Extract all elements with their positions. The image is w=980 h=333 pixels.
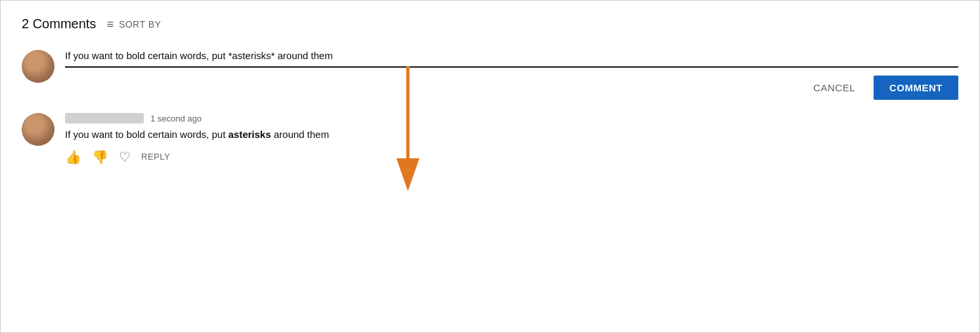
heart-icon[interactable]: ♡: [119, 149, 131, 165]
comment-actions: CANCEL COMMENT: [65, 76, 958, 100]
sort-by-label: SORT BY: [119, 19, 161, 30]
reply-button[interactable]: REPLY: [141, 152, 170, 162]
comment-text-input[interactable]: If you want to bold certain words, put *…: [65, 50, 958, 68]
comment-body: 1 second ago If you want to bold certain…: [65, 113, 958, 165]
arrow-annotation: [382, 66, 434, 191]
comment-text-bold: asterisks: [228, 129, 271, 140]
cancel-button[interactable]: CANCEL: [803, 77, 866, 99]
comment-toolbar: 👍 👎 ♡ REPLY: [65, 149, 958, 165]
input-wrapper: If you want to bold certain words, put *…: [65, 50, 958, 100]
comment-text-suffix: around them: [271, 129, 329, 140]
commenter-avatar: [22, 113, 55, 146]
posted-comment-area: 1 second ago If you want to bold certain…: [22, 113, 958, 165]
avatar: [22, 50, 55, 83]
sort-icon: ≡: [106, 18, 114, 30]
comment-text-prefix: If you want to bold certain words, put: [65, 129, 228, 140]
comment-button[interactable]: COMMENT: [874, 76, 958, 100]
comment-meta: 1 second ago: [65, 113, 958, 123]
thumbs-down-icon[interactable]: 👎: [92, 149, 108, 165]
page-container: 2 Comments ≡ SORT BY If you want to bold…: [1, 1, 979, 181]
comments-count: 2 Comments: [22, 16, 96, 32]
sort-by-button[interactable]: ≡ SORT BY: [106, 18, 161, 30]
comment-text: If you want to bold certain words, put a…: [65, 127, 958, 143]
comment-input-area: If you want to bold certain words, put *…: [22, 50, 958, 100]
comments-header: 2 Comments ≡ SORT BY: [22, 16, 958, 32]
thumbs-up-icon[interactable]: 👍: [65, 149, 81, 165]
comment-time: 1 second ago: [150, 114, 202, 123]
username-blur: [65, 113, 144, 123]
